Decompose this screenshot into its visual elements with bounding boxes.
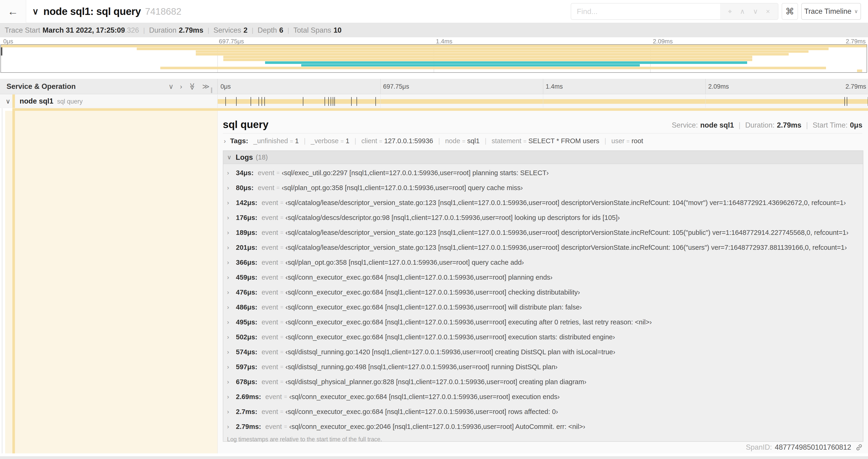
log-chevron-right-icon[interactable]: › xyxy=(227,214,236,221)
log-chevron-right-icon[interactable]: › xyxy=(227,423,236,430)
log-field-name: event xyxy=(261,273,278,281)
log-marker-tick[interactable] xyxy=(328,97,329,106)
span-color-accent xyxy=(12,94,15,108)
clear-icon[interactable]: × xyxy=(766,8,770,15)
log-chevron-right-icon[interactable]: › xyxy=(227,289,236,296)
ruler-tick-label: 2.79ms xyxy=(845,79,866,94)
log-marker-tick[interactable] xyxy=(844,97,845,106)
span-bar-track[interactable] xyxy=(217,94,868,108)
logs-chevron-down-icon[interactable]: ∨ xyxy=(227,154,231,161)
chevron-right-icon[interactable]: › xyxy=(180,83,182,90)
log-marker-tick[interactable] xyxy=(351,97,352,106)
find-input[interactable] xyxy=(571,3,720,19)
tag-separator: | xyxy=(354,137,356,145)
log-marker-tick[interactable] xyxy=(324,97,325,106)
trace-meta-bar: Trace StartMarch 31 2022, 17:25:09.326|D… xyxy=(0,23,868,37)
double-chevron-right-icon[interactable]: ≫ xyxy=(202,83,210,90)
tags-row[interactable]: › Tags: _unfinished=1|_verbose=1|client=… xyxy=(224,137,643,145)
minimap-scrubber-handle[interactable] xyxy=(1,47,2,56)
log-marker-tick[interactable] xyxy=(261,97,262,106)
chevron-up-icon[interactable]: ∧ xyxy=(740,8,745,15)
view-select-button[interactable]: Trace Timeline ∨ xyxy=(801,3,861,20)
log-row[interactable]: ›495μs:event=‹sql/conn_executor_exec.go:… xyxy=(223,315,863,330)
minimap-span-bar xyxy=(196,51,809,53)
log-row[interactable]: ›366μs:event=‹sql/plan_opt.go:358 [nsql1… xyxy=(223,255,863,270)
log-field-name: event xyxy=(261,408,278,416)
log-chevron-right-icon[interactable]: › xyxy=(227,408,236,415)
log-row[interactable]: ›597μs:event=‹sql/distsql_running.go:498… xyxy=(223,359,863,374)
log-equals: = xyxy=(280,304,283,310)
log-chevron-right-icon[interactable]: › xyxy=(227,199,236,206)
log-row[interactable]: ›2.79ms:event=‹sql/conn_executor_exec.go… xyxy=(223,419,863,434)
log-row[interactable]: ›574μs:event=‹sql/distsql_running.go:142… xyxy=(223,345,863,359)
log-marker-tick[interactable] xyxy=(356,97,357,106)
overview-label: Start Time: xyxy=(813,121,848,129)
log-marker-tick[interactable] xyxy=(258,97,259,106)
span-row[interactable]: ∨ node sql1 sql query xyxy=(0,94,868,108)
log-marker-tick[interactable] xyxy=(847,97,847,106)
minimap-span-bar xyxy=(223,56,752,58)
chevron-down-icon: ∨ xyxy=(854,8,858,14)
chevron-down-icon[interactable]: ∨ xyxy=(753,8,758,15)
span-collapse-chevron-down-icon[interactable]: ∨ xyxy=(6,94,10,108)
tag-item: statement=SELECT * FROM users xyxy=(492,137,599,145)
log-marker-tick[interactable] xyxy=(331,97,331,106)
deep-link-icon[interactable] xyxy=(855,443,863,452)
log-row[interactable]: ›476μs:event=‹sql/conn_executor_exec.go:… xyxy=(223,285,863,300)
log-chevron-right-icon[interactable]: › xyxy=(227,333,236,341)
log-row[interactable]: ›486μs:event=‹sql/conn_executor_exec.go:… xyxy=(223,300,863,315)
log-marker-tick[interactable] xyxy=(334,97,335,106)
log-chevron-right-icon[interactable]: › xyxy=(227,184,236,192)
log-chevron-right-icon[interactable]: › xyxy=(227,363,236,371)
minimap-canvas[interactable] xyxy=(0,44,867,73)
log-chevron-right-icon[interactable]: › xyxy=(227,378,236,386)
log-marker-tick[interactable] xyxy=(333,97,333,106)
log-field-name: event xyxy=(261,348,278,356)
keyboard-shortcuts-button[interactable]: ⌘ xyxy=(782,3,798,20)
log-chevron-right-icon[interactable]: › xyxy=(227,349,236,356)
log-row[interactable]: ›201μs:event=‹sql/catalog/lease/descript… xyxy=(223,240,863,255)
column-resize-handle[interactable]: || xyxy=(211,86,212,94)
log-chevron-right-icon[interactable]: › xyxy=(227,259,236,266)
tags-chevron-right-icon[interactable]: › xyxy=(224,138,226,145)
log-row[interactable]: ›459μs:event=‹sql/conn_executor_exec.go:… xyxy=(223,270,863,285)
log-row[interactable]: ›2.7ms:event=‹sql/conn_executor_exec.go:… xyxy=(223,404,863,419)
log-marker-tick[interactable] xyxy=(251,97,251,106)
log-marker-tick[interactable] xyxy=(236,97,237,106)
log-row[interactable]: ›80μs:event=‹sql/plan_opt.go:358 [nsql1,… xyxy=(223,180,863,195)
log-row[interactable]: ›2.69ms:event=‹sql/conn_executor_exec.go… xyxy=(223,389,863,404)
log-chevron-right-icon[interactable]: › xyxy=(227,319,236,326)
log-chevron-right-icon[interactable]: › xyxy=(227,304,236,311)
log-timestamp: 486μs: xyxy=(236,303,257,311)
log-chevron-right-icon[interactable]: › xyxy=(227,274,236,281)
back-button[interactable]: ← xyxy=(0,0,26,23)
log-equals: = xyxy=(277,185,280,191)
chevron-down-icon[interactable]: ∨ xyxy=(168,83,174,90)
log-chevron-right-icon[interactable]: › xyxy=(227,169,236,176)
log-row[interactable]: ›189μs:event=‹sql/catalog/lease/descript… xyxy=(223,225,863,240)
log-marker-tick[interactable] xyxy=(375,97,376,106)
double-chevron-down-icon[interactable]: ≫ xyxy=(189,83,196,90)
locate-icon[interactable]: ⌖ xyxy=(728,8,732,15)
log-value: ‹sql/conn_executor_exec.go:684 [nsql1,cl… xyxy=(285,289,580,296)
log-marker-tick[interactable] xyxy=(225,97,226,106)
log-chevron-right-icon[interactable]: › xyxy=(227,393,236,400)
log-row[interactable]: ›176μs:event=‹sql/catalog/descs/descript… xyxy=(223,210,863,225)
log-marker-tick[interactable] xyxy=(303,97,303,106)
log-value: ‹sql/conn_executor_exec.go:684 [nsql1,cl… xyxy=(285,303,582,311)
log-row[interactable]: ›502μs:event=‹sql/conn_executor_exec.go:… xyxy=(223,330,863,345)
meta-value: 2.79ms xyxy=(179,26,203,34)
title-chevron-down-icon[interactable]: ∨ xyxy=(32,6,39,17)
log-row[interactable]: ›34μs:event=‹sql/exec_util.go:2297 [nsql… xyxy=(223,165,863,180)
log-row[interactable]: ›142μs:event=‹sql/catalog/lease/descript… xyxy=(223,195,863,210)
log-marker-tick[interactable] xyxy=(265,97,265,106)
log-chevron-right-icon[interactable]: › xyxy=(227,229,236,236)
log-equals: = xyxy=(280,274,283,281)
log-chevron-right-icon[interactable]: › xyxy=(227,244,236,251)
minimap-span-bar xyxy=(160,67,826,69)
log-field-name: event xyxy=(261,363,278,371)
log-timestamp: 2.69ms: xyxy=(236,393,261,401)
log-row[interactable]: ›678μs:event=‹sql/distsql_physical_plann… xyxy=(223,374,863,389)
logs-header[interactable]: ∨ Logs (18) xyxy=(223,151,863,164)
tag-equals: = xyxy=(290,138,293,144)
